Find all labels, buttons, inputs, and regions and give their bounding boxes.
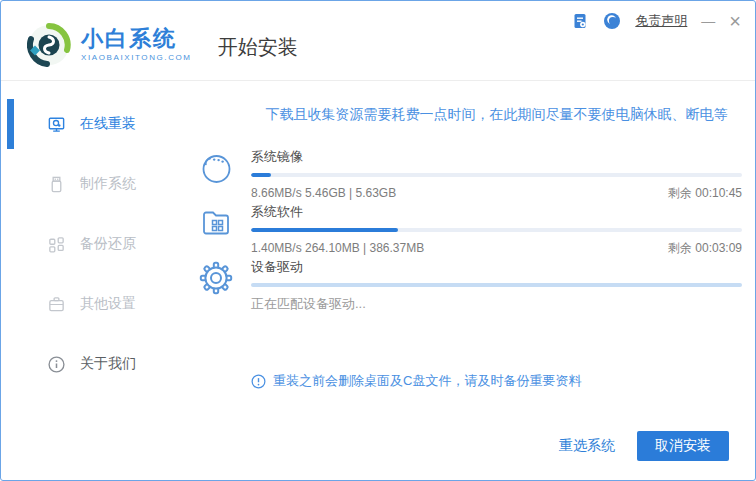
progress-fill [251,228,398,232]
progress-bar-system-software [251,228,742,232]
minimize-button[interactable]: — [701,12,715,30]
disclaimer-link[interactable]: 免责声明 [635,12,687,30]
app-window: 小白系统 XIAOBAIXITONG.COM 开始安装 免责声明 — × [0,0,756,481]
sidebar-item-label: 备份还原 [80,235,136,253]
progress-fill [251,173,271,177]
grid-backup-icon [47,235,66,254]
titlebar-controls: 免责声明 — × [571,12,741,30]
sidebar-item-label: 制作系统 [80,175,136,193]
page-title: 开始安装 [218,34,298,61]
mascot-face-icon [198,150,234,186]
task-list: 系统镜像 8.66MB/s 5.46GB | 5.63GB 剩余 00:10:4… [181,148,755,313]
briefcase-icon [47,295,66,314]
brand-domain: XIAOBAIXITONG.COM [81,53,192,62]
brand-text: 小白系统 XIAOBAIXITONG.COM [81,27,192,62]
warning-message: 重装之前会删除桌面及C盘文件，请及时备份重要资料 [251,372,581,390]
cancel-install-button[interactable]: 取消安装 [637,431,729,461]
task-name: 设备驱动 [251,258,742,276]
task-name: 系统镜像 [251,148,742,166]
customer-service-icon[interactable] [603,12,621,30]
info-circle-icon [47,355,66,374]
active-item-indicator [7,99,14,149]
task-row-device-driver: 设备驱动 正在匹配设备驱动... [181,258,755,313]
task-row-system-image: 系统镜像 8.66MB/s 5.46GB | 5.63GB 剩余 00:10:4… [181,148,755,201]
task-stats: 1.40MB/s 264.10MB | 386.37MB [251,240,424,256]
warning-text: 重装之前会删除桌面及C盘文件，请及时备份重要资料 [273,372,581,390]
reselect-system-button[interactable]: 重选系统 [559,437,615,455]
footer-actions: 重选系统 取消安装 [559,431,729,461]
usb-drive-icon [47,175,66,194]
brand-logo-icon [27,23,71,67]
sidebar-item-backup-restore[interactable]: 备份还原 [1,232,181,256]
alert-circle-icon [251,374,266,389]
main-content: 下载且收集资源需要耗费一点时间，在此期间尽量不要使电脑休眠、断电等 系统镜像 [181,82,755,480]
monitor-reinstall-icon [47,115,66,134]
folder-apps-icon [198,205,234,241]
progress-bar-system-image [251,173,742,177]
progress-bar-device-driver [251,283,742,287]
brand-logo: 小白系统 XIAOBAIXITONG.COM [27,23,192,67]
sidebar: 在线重装 制作系统 备份还原 其他 [1,82,181,480]
task-status-text: 正在匹配设备驱动... [251,295,742,313]
notice-text: 下载且收集资源需要耗费一点时间，在此期间尽量不要使电脑休眠、断电等 [251,104,742,124]
sidebar-item-online-reinstall[interactable]: 在线重装 [1,112,181,136]
sidebar-item-other-settings[interactable]: 其他设置 [1,292,181,316]
task-stats: 8.66MB/s 5.46GB | 5.63GB [251,185,396,201]
header: 小白系统 XIAOBAIXITONG.COM 开始安装 免责声明 — × [1,1,755,81]
task-name: 系统软件 [251,203,742,221]
task-remaining: 剩余 00:03:09 [668,240,742,256]
feedback-doc-icon[interactable] [571,12,589,30]
brand-name: 小白系统 [81,27,192,51]
task-remaining: 剩余 00:10:45 [668,185,742,201]
close-button[interactable]: × [729,12,741,30]
gear-icon [198,260,234,296]
sidebar-item-make-system[interactable]: 制作系统 [1,172,181,196]
sidebar-item-label: 关于我们 [80,355,136,373]
sidebar-item-label: 其他设置 [80,295,136,313]
task-row-system-software: 系统软件 1.40MB/s 264.10MB | 386.37MB 剩余 00:… [181,203,755,256]
sidebar-item-label: 在线重装 [80,115,136,133]
sidebar-item-about-us[interactable]: 关于我们 [1,352,181,376]
